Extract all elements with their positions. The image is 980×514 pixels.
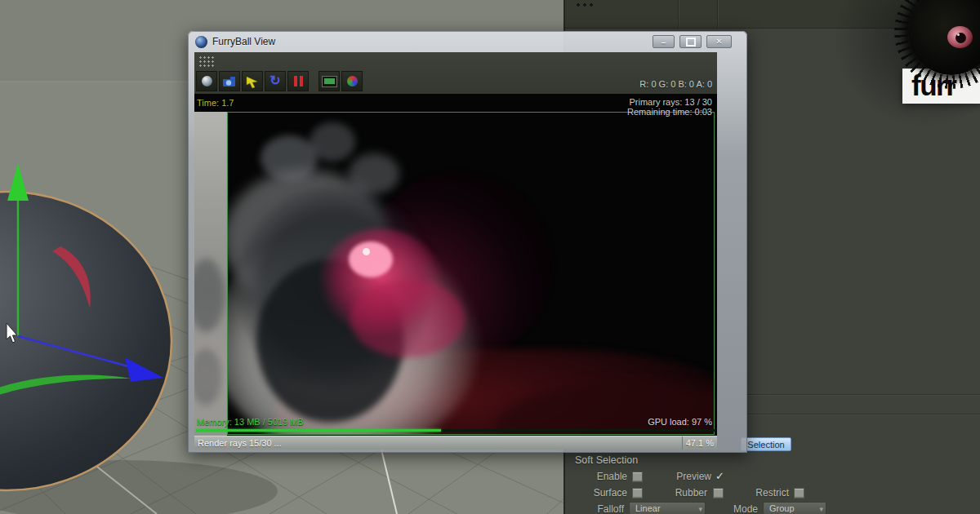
render-sphere-icon <box>202 76 212 86</box>
surface-label: Surface <box>588 487 627 498</box>
falloff-label: Falloff <box>585 503 624 514</box>
furryball-view-window: FurryBall View – ✕ <box>188 31 747 453</box>
window-statusbar: Render rays 15/30 ... 47.1 % <box>194 436 717 450</box>
gpu-load-readout: GPU load: 97 % <box>648 417 712 427</box>
enable-label: Enable <box>588 471 627 482</box>
render-toolbar: ↻ R: 0 G: 0 B: 0 A: 0 <box>194 52 717 94</box>
falloff-value: Linear <box>635 503 661 513</box>
minimize-button[interactable]: – <box>653 35 675 48</box>
render-image <box>228 113 714 434</box>
pink-glow-core <box>349 241 393 277</box>
close-button[interactable]: ✕ <box>706 35 732 48</box>
rgb-wheel-button[interactable] <box>341 71 363 91</box>
strip-smudge <box>194 259 225 332</box>
mode-value: Group <box>769 503 795 513</box>
window-content: ↻ R: 0 G: 0 B: 0 A: 0 <box>194 52 717 450</box>
remaining-time: Remaining time: 0:03 <box>627 107 712 117</box>
furball-mascot-icon <box>908 0 980 75</box>
pink-sparkle <box>363 248 370 255</box>
primary-rays: Primary rays: 13 / 30 <box>627 97 712 107</box>
status-percent: 47.1 % <box>682 436 717 450</box>
soft-selection-header: Soft Selection <box>575 454 638 466</box>
maximize-icon <box>686 38 696 47</box>
pink-spread <box>350 280 465 357</box>
falloff-dropdown[interactable]: Linear ▾ <box>629 502 706 514</box>
preview-label: Preview <box>672 471 711 482</box>
render-progress-bar <box>196 429 715 432</box>
minimize-icon: – <box>662 39 666 47</box>
pick-arrow-icon <box>245 74 260 88</box>
selection-tab-button[interactable]: Selection <box>741 437 791 451</box>
monitor-button[interactable] <box>318 71 340 91</box>
mode-label: Mode <box>725 503 758 514</box>
render-view[interactable]: Time: 1.7 Primary rays: 13 / 30 Remainin… <box>194 94 717 436</box>
camera-icon <box>221 75 238 88</box>
preview-checkmark-icon[interactable]: ✓ <box>715 470 724 482</box>
chevron-down-icon: ▾ <box>819 503 823 514</box>
rubber-label: Rubber <box>670 487 707 498</box>
panel-grip-dots-icon[interactable] <box>575 2 596 7</box>
status-message: Render rays 15/30 ... <box>194 438 682 448</box>
refresh-icon: ↻ <box>270 74 280 87</box>
restrict-checkbox[interactable] <box>794 488 804 498</box>
furryball-window-icon <box>195 36 207 48</box>
pause-button[interactable] <box>287 71 309 91</box>
maximize-button[interactable] <box>679 35 702 48</box>
refresh-button[interactable]: ↻ <box>265 71 286 91</box>
furball-eye-icon <box>947 26 973 48</box>
enable-checkbox[interactable] <box>632 472 643 482</box>
memory-readout: Memory: 13 MB / 5019 MB <box>197 417 304 427</box>
mode-dropdown[interactable]: Group ▾ <box>763 502 826 514</box>
panel-divider <box>678 0 679 28</box>
strip-smudge <box>194 348 222 405</box>
surface-checkbox[interactable] <box>632 488 643 498</box>
render-progress-fill <box>196 429 441 432</box>
furryball-logo: furr <box>861 0 980 108</box>
window-title: FurryBall View <box>212 36 275 47</box>
toolbar-grip-handle[interactable] <box>198 55 214 67</box>
render-margin-strip <box>194 112 227 436</box>
panel-divider <box>717 0 718 28</box>
furball-eye-glint <box>957 33 960 36</box>
window-titlebar[interactable]: FurryBall View – ✕ <box>188 31 747 52</box>
close-icon: ✕ <box>715 38 722 46</box>
ray-progress-readout: Primary rays: 13 / 30 Remaining time: 0:… <box>627 97 712 117</box>
smoke-tendril <box>349 153 399 194</box>
pick-arrow-button[interactable] <box>242 71 263 91</box>
pixel-rgba-readout: R: 0 G: 0 B: 0 A: 0 <box>639 79 712 89</box>
rgb-wheel-icon <box>347 76 358 86</box>
render-time-readout: Time: 1.7 <box>197 98 234 108</box>
rubber-checkbox[interactable] <box>713 488 724 498</box>
monitor-icon <box>322 76 337 87</box>
camera-button[interactable] <box>219 71 240 91</box>
restrict-label: Restrict <box>750 487 789 498</box>
chevron-down-icon: ▾ <box>698 503 702 514</box>
smoke-tendril <box>310 122 355 162</box>
render-sphere-button[interactable] <box>196 71 217 91</box>
pause-icon <box>294 76 303 86</box>
